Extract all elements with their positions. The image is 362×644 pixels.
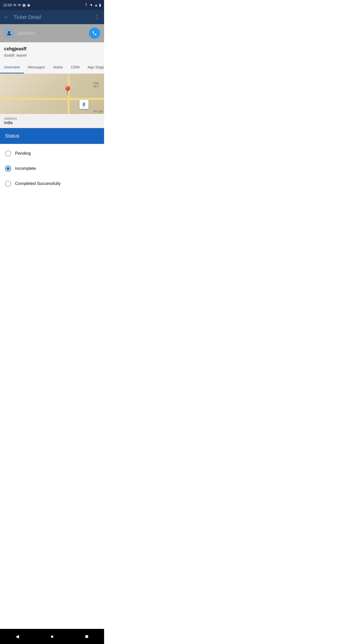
avatar [4, 28, 14, 38]
tabs-container: Overview Messages Notes CRM App Staging [0, 61, 104, 74]
radio-pending-circle [5, 150, 11, 156]
tab-app-staging[interactable]: App Staging [83, 61, 104, 73]
user-name: jaklfskds; [17, 31, 36, 36]
map-navigation-button[interactable] [79, 100, 88, 109]
back-button[interactable]: ← [4, 14, 10, 20]
status-header: Status [0, 128, 104, 144]
signal-icon: ▲ [94, 3, 98, 7]
app-bar-left: ← Ticket Detail [4, 14, 41, 20]
sim-icon: ▦ [22, 3, 26, 7]
map-road-horizontal [0, 98, 104, 100]
app-bar: ← Ticket Detail ⋮ [0, 10, 104, 24]
radio-completed-label: Completed Successfully [15, 181, 61, 186]
email-icon: ✉ [13, 3, 16, 7]
tab-overview[interactable]: Overview [0, 61, 24, 73]
radio-option-incomplete[interactable]: Incomplete [0, 161, 104, 176]
ticket-info: cxhgjeasff dsafdf. wqretr [0, 42, 104, 61]
status-bar-left: 12:03 ✉ ✉ ▦ ◉ [3, 3, 30, 7]
google-logo: Google [93, 110, 103, 113]
ticket-subtitle: dsafdf. wqretr [4, 53, 100, 57]
wifi-icon: ▼ [89, 3, 93, 7]
map-content: 📍 Chik Va li Google [0, 74, 104, 114]
tab-crm[interactable]: CRM [67, 61, 83, 73]
map-pin-icon: 📍 [62, 86, 73, 96]
map-place-sub: Va li [93, 85, 99, 88]
circle-icon: ◉ [27, 3, 30, 7]
more-options-button[interactable]: ⋮ [94, 14, 100, 20]
map-place-name: Chik [93, 82, 99, 85]
battery-icon: ▮ [99, 3, 101, 7]
tab-messages[interactable]: Messages [24, 61, 49, 73]
status-options: Pending Incomplete Completed Successfull… [0, 144, 104, 193]
call-button[interactable] [89, 28, 100, 39]
app-bar-title: Ticket Detail [14, 14, 41, 20]
status-bar: 12:03 ✉ ✉ ▦ ◉ 📍 ▼ ▲ ▮ [0, 0, 104, 10]
status-dialog-title: Status [5, 133, 19, 139]
map-area[interactable]: 📍 Chik Va li Google [0, 74, 104, 114]
tab-notes[interactable]: Notes [49, 61, 67, 73]
background-overlay: jaklfskds; cxhgjeasff dsafdf. wqretr Ove… [0, 24, 104, 128]
address-value: india [4, 120, 100, 125]
map-place-label: Chik Va li [93, 82, 99, 88]
status-dialog: Status Pending Incomplete Completed Succ… [0, 128, 104, 193]
user-info: jaklfskds; [4, 28, 36, 38]
radio-pending-label: Pending [15, 151, 31, 156]
radio-completed-circle [5, 181, 11, 187]
ticket-title: cxhgjeasff [4, 46, 100, 52]
radio-incomplete-label: Incomplete [15, 166, 36, 171]
radio-option-completed[interactable]: Completed Successfully [0, 176, 104, 191]
address-label: Address [4, 116, 100, 120]
time-display: 12:03 [3, 3, 12, 7]
location-icon: 📍 [84, 3, 88, 7]
status-bar-right: 📍 ▼ ▲ ▮ [84, 3, 101, 7]
user-header: jaklfskds; [0, 24, 104, 42]
address-section: Address india [0, 114, 104, 128]
svg-point-0 [8, 31, 10, 33]
radio-option-pending[interactable]: Pending [0, 146, 104, 161]
radio-incomplete-circle [5, 166, 11, 172]
email2-icon: ✉ [18, 3, 21, 7]
